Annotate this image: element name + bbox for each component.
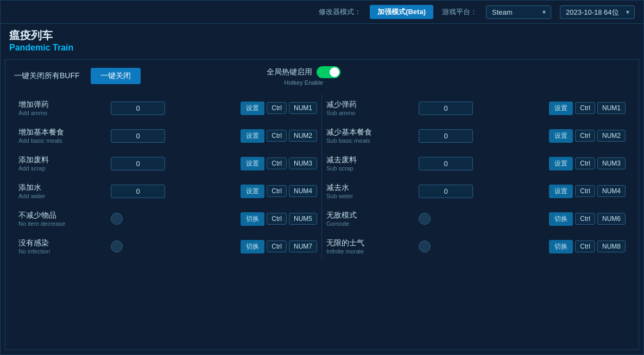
no-infection-label: 没有感染 No infection xyxy=(18,238,105,255)
control-row-gomode: 无敌模式 Gomode 切换 Ctrl NUM6 xyxy=(326,205,626,233)
app-container: 修改器模式： 加强模式(Beta) 游戏平台： Steam ▼ 2023-10-… xyxy=(0,0,644,355)
sub-basic-meals-key-num: NUM2 xyxy=(597,130,626,142)
mode-badge: 加强模式(Beta) xyxy=(370,5,433,19)
platform-select[interactable]: Steam xyxy=(486,5,551,19)
sub-scrap-label-cn: 减去废料 xyxy=(326,155,413,165)
global-hotkey-top: 全局热键启用 xyxy=(267,66,340,78)
no-item-decrease-label-cn: 不减少物品 xyxy=(18,211,105,220)
add-water-label-cn: 添加水 xyxy=(18,183,105,193)
platform-select-wrapper[interactable]: Steam ▼ xyxy=(486,5,551,19)
sub-ammo-label: 减少弹药 Sub ammo xyxy=(326,100,413,116)
left-controls: 增加弹药 Add ammo 设置 Ctrl NUM1 增加基本餐食 Add ba… xyxy=(14,94,322,260)
add-scrap-key-num: NUM3 xyxy=(289,157,317,169)
sub-ammo-hotkey-group: 设置 Ctrl NUM1 xyxy=(549,102,626,115)
sub-scrap-input[interactable] xyxy=(419,157,473,170)
gomode-key-num: NUM6 xyxy=(597,213,626,225)
add-ammo-key-ctrl: Ctrl xyxy=(267,102,287,114)
infinite-morale-switch-btn[interactable]: 切换 xyxy=(549,240,573,253)
global-hotkey-label-en: Hotkey Enable xyxy=(285,79,324,86)
date-select-wrapper[interactable]: 2023-10-18 64位 ▼ xyxy=(560,5,635,19)
sub-ammo-key-ctrl: Ctrl xyxy=(575,102,595,114)
no-item-decrease-toggle[interactable] xyxy=(111,213,123,225)
title-area: 瘟疫列车 Pandemic Train xyxy=(1,24,643,55)
no-item-decrease-key-num: NUM5 xyxy=(289,213,317,225)
sub-scrap-set-btn[interactable]: 设置 xyxy=(549,157,573,170)
sub-water-label: 减去水 Sub water xyxy=(326,183,413,199)
close-all-label: 一键关闭所有BUFF xyxy=(14,71,80,81)
control-row-add-scrap: 添加废料 Add scrap 设置 Ctrl NUM3 xyxy=(18,150,317,178)
sub-basic-meals-input[interactable] xyxy=(419,129,473,143)
sub-ammo-input[interactable] xyxy=(419,102,473,115)
no-infection-label-en: No infection xyxy=(18,248,105,255)
date-select[interactable]: 2023-10-18 64位 xyxy=(560,5,635,19)
sub-ammo-key-num: NUM1 xyxy=(597,102,626,114)
sub-basic-meals-hotkey-group: 设置 Ctrl NUM2 xyxy=(549,129,626,143)
add-ammo-label-cn: 增加弹药 xyxy=(18,100,105,110)
no-infection-switch-btn[interactable]: 切换 xyxy=(241,240,264,253)
control-row-sub-basic-meals: 减少基本餐食 Sub basic meals 设置 Ctrl NUM2 xyxy=(326,122,626,150)
global-hotkey-label-cn: 全局热键启用 xyxy=(267,67,312,77)
mode-label: 修改器模式： xyxy=(319,7,361,17)
sub-basic-meals-set-btn[interactable]: 设置 xyxy=(549,129,573,143)
sub-water-key-num: NUM4 xyxy=(597,185,626,197)
add-scrap-hotkey-group: 设置 Ctrl NUM3 xyxy=(241,157,317,170)
add-basic-meals-label-en: Add basic meals xyxy=(18,137,105,144)
control-row-sub-scrap: 减去废料 Sub scrap 设置 Ctrl NUM3 xyxy=(326,150,626,178)
sub-ammo-set-btn[interactable]: 设置 xyxy=(549,102,573,115)
global-hotkey-toggle[interactable] xyxy=(317,66,340,78)
sub-scrap-key-num: NUM3 xyxy=(597,157,626,169)
no-item-decrease-hotkey-group: 切换 Ctrl NUM5 xyxy=(241,212,317,226)
infinite-morale-key-ctrl: Ctrl xyxy=(575,240,595,252)
sub-ammo-label-en: Sub ammo xyxy=(326,110,413,116)
infinite-morale-toggle[interactable] xyxy=(419,240,431,252)
platform-label: 游戏平台： xyxy=(442,7,477,17)
control-row-no-item-decrease: 不减少物品 No item decrease 切换 Ctrl NUM5 xyxy=(18,205,317,233)
gomode-hotkey-group: 切换 Ctrl NUM6 xyxy=(549,212,626,226)
no-infection-key-ctrl: Ctrl xyxy=(267,240,287,252)
no-infection-label-cn: 没有感染 xyxy=(18,238,105,248)
infinite-morale-label: 无限的士气 Infinite morale xyxy=(326,238,413,255)
sub-water-input[interactable] xyxy=(419,185,473,198)
control-row-sub-water: 减去水 Sub water 设置 Ctrl NUM4 xyxy=(326,178,626,205)
no-infection-toggle[interactable] xyxy=(111,240,123,252)
gomode-label-cn: 无敌模式 xyxy=(326,211,413,220)
add-scrap-label-en: Add scrap xyxy=(18,165,105,172)
control-row-add-ammo: 增加弹药 Add ammo 设置 Ctrl NUM1 xyxy=(18,94,317,122)
control-row-add-basic-meals: 增加基本餐食 Add basic meals 设置 Ctrl NUM2 xyxy=(18,122,317,150)
add-water-label: 添加水 Add water xyxy=(18,183,105,199)
add-scrap-set-btn[interactable]: 设置 xyxy=(241,157,264,170)
main-content: 一键关闭所有BUFF 一键关闭 全局热键启用 Hotkey Enable 增加弹… xyxy=(5,59,639,350)
add-scrap-input[interactable] xyxy=(111,157,165,170)
add-ammo-label-en: Add ammo xyxy=(18,110,105,116)
add-water-set-btn[interactable]: 设置 xyxy=(241,185,264,198)
sub-scrap-label-en: Sub scrap xyxy=(326,165,413,172)
gomode-key-ctrl: Ctrl xyxy=(575,213,595,225)
add-water-hotkey-group: 设置 Ctrl NUM4 xyxy=(241,185,317,198)
add-scrap-label: 添加废料 Add scrap xyxy=(18,155,105,172)
add-basic-meals-set-btn[interactable]: 设置 xyxy=(241,129,264,143)
gomode-switch-btn[interactable]: 切换 xyxy=(549,212,573,226)
no-infection-key-num: NUM7 xyxy=(289,240,317,252)
no-item-decrease-switch-btn[interactable]: 切换 xyxy=(241,212,264,226)
close-all-button[interactable]: 一键关闭 xyxy=(91,68,141,84)
add-basic-meals-label: 增加基本餐食 Add basic meals xyxy=(18,128,105,144)
sub-ammo-label-cn: 减少弹药 xyxy=(326,100,413,110)
add-ammo-input[interactable] xyxy=(111,102,165,115)
add-water-input[interactable] xyxy=(111,185,165,198)
right-controls: 减少弹药 Sub ammo 设置 Ctrl NUM1 减少基本餐食 Sub ba… xyxy=(322,94,630,260)
sub-water-key-ctrl: Ctrl xyxy=(575,185,595,197)
no-item-decrease-key-ctrl: Ctrl xyxy=(267,213,287,225)
sub-water-label-en: Sub water xyxy=(326,193,413,199)
add-scrap-label-cn: 添加废料 xyxy=(18,155,105,165)
gomode-label-en: Gomode xyxy=(326,220,413,227)
sub-water-set-btn[interactable]: 设置 xyxy=(549,185,573,198)
add-ammo-set-btn[interactable]: 设置 xyxy=(241,102,264,115)
global-hotkey-area: 全局热键启用 Hotkey Enable xyxy=(267,66,340,86)
add-water-key-ctrl: Ctrl xyxy=(267,185,287,197)
gomode-toggle[interactable] xyxy=(419,213,431,225)
hotkey-header: 一键关闭所有BUFF 一键关闭 全局热键启用 Hotkey Enable xyxy=(14,66,630,86)
gomode-label: 无敌模式 Gomode xyxy=(326,211,413,227)
add-basic-meals-input[interactable] xyxy=(111,129,165,143)
no-item-decrease-label: 不减少物品 No item decrease xyxy=(18,211,105,227)
infinite-morale-label-cn: 无限的士气 xyxy=(326,238,413,248)
